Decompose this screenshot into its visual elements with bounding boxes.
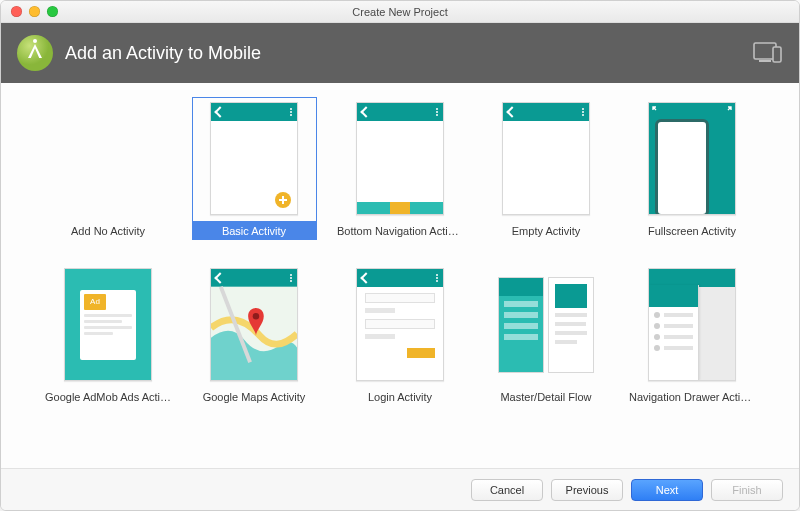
- device-icon: [753, 40, 783, 66]
- tile-google-admob-ads-activity[interactable]: Ad Google AdMob Ads Activity: [43, 263, 173, 423]
- fullscreen-activity-thumbnail: [648, 102, 736, 215]
- window-controls: [1, 6, 58, 17]
- tile-basic-activity[interactable]: Basic Activity: [189, 97, 319, 257]
- ad-tag: Ad: [84, 294, 106, 310]
- tile-label: Fullscreen Activity: [646, 222, 738, 240]
- minimize-icon[interactable]: [29, 6, 40, 17]
- android-studio-logo-icon: [17, 35, 53, 71]
- admob-thumbnail: Ad: [64, 268, 152, 381]
- nav-drawer-thumbnail: [648, 268, 736, 381]
- titlebar: Create New Project: [1, 1, 799, 23]
- basic-activity-thumbnail: [210, 102, 298, 215]
- zoom-icon[interactable]: [47, 6, 58, 17]
- tile-login-activity[interactable]: Login Activity: [335, 263, 465, 423]
- bottom-navigation-thumbnail: [356, 102, 444, 215]
- tile-label: Basic Activity: [192, 222, 317, 240]
- cancel-button[interactable]: Cancel: [471, 479, 543, 501]
- tile-label: Master/Detail Flow: [498, 388, 593, 406]
- svg-rect-1: [759, 60, 771, 62]
- finish-button: Finish: [711, 479, 783, 501]
- tile-label: Login Activity: [366, 388, 434, 406]
- tile-label: Google AdMob Ads Activity: [43, 388, 173, 406]
- maps-thumbnail: [210, 268, 298, 381]
- login-thumbnail: [356, 268, 444, 381]
- tile-fullscreen-activity[interactable]: Fullscreen Activity: [627, 97, 757, 257]
- next-button[interactable]: Next: [631, 479, 703, 501]
- empty-activity-thumbnail: [502, 102, 590, 215]
- fab-icon: [275, 192, 291, 208]
- tile-add-no-activity[interactable]: Add No Activity: [43, 97, 173, 257]
- tile-navigation-drawer-activity[interactable]: Navigation Drawer Activity: [627, 263, 757, 423]
- tile-label: Navigation Drawer Activity: [627, 388, 757, 406]
- close-icon[interactable]: [11, 6, 22, 17]
- dialog-window: Create New Project Add an Activity to Mo…: [0, 0, 800, 511]
- tile-label: Bottom Navigation Activity: [335, 222, 465, 240]
- tile-bottom-navigation-activity[interactable]: Bottom Navigation Activity: [335, 97, 465, 257]
- window-title: Create New Project: [1, 6, 799, 18]
- master-detail-thumbnail: [498, 277, 594, 373]
- tile-empty-activity[interactable]: Empty Activity: [481, 97, 611, 257]
- wizard-footer: Cancel Previous Next Finish: [1, 468, 799, 510]
- tile-label: Add No Activity: [69, 222, 147, 240]
- wizard-header: Add an Activity to Mobile: [1, 23, 799, 83]
- activity-gallery: Add No Activity Basic Activity: [1, 83, 799, 468]
- tile-master-detail-flow[interactable]: Master/Detail Flow: [481, 263, 611, 423]
- page-title: Add an Activity to Mobile: [65, 43, 753, 64]
- svg-point-4: [253, 313, 259, 319]
- tile-google-maps-activity[interactable]: Google Maps Activity: [189, 263, 319, 423]
- svg-rect-2: [773, 47, 781, 62]
- tile-label: Empty Activity: [510, 222, 582, 240]
- tile-label: Google Maps Activity: [201, 388, 308, 406]
- previous-button[interactable]: Previous: [551, 479, 623, 501]
